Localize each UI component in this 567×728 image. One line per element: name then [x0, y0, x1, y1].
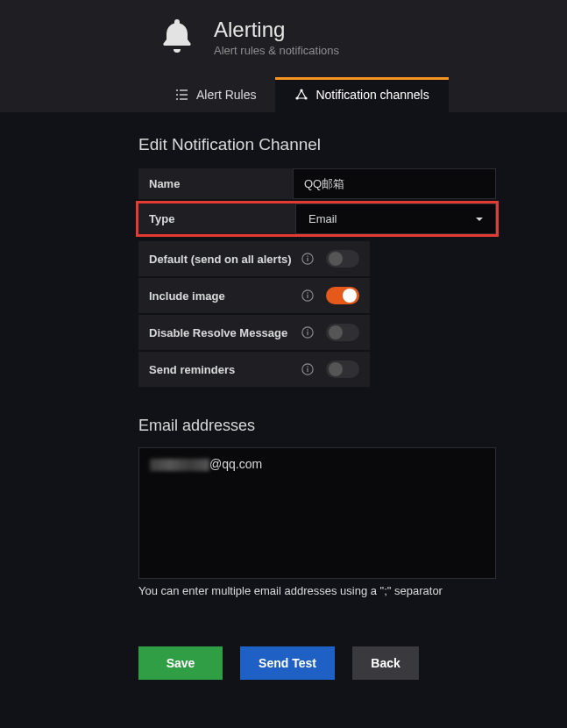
disable-resolve-row: Disable Resolve Message: [138, 315, 370, 350]
email-addresses-heading: Email addresses: [138, 417, 567, 435]
redacted-text: [150, 459, 209, 471]
send-reminders-label: Send reminders: [149, 363, 301, 376]
svg-point-11: [307, 255, 308, 257]
send-test-button[interactable]: Send Test: [240, 646, 335, 680]
svg-point-0: [176, 89, 178, 91]
chevron-down-icon: [476, 218, 483, 221]
info-icon[interactable]: [301, 289, 314, 302]
disable-resolve-toggle[interactable]: [326, 324, 359, 341]
svg-rect-3: [180, 94, 188, 95]
email-helper-text: You can enter multiple email addresses u…: [138, 584, 567, 597]
send-reminders-toggle[interactable]: [326, 360, 359, 378]
back-button[interactable]: Back: [352, 646, 419, 680]
tab-alert-rules-label: Alert Rules: [196, 88, 256, 102]
list-icon: [175, 88, 189, 102]
type-label: Type: [138, 203, 295, 234]
section-title: Edit Notification Channel: [138, 135, 567, 154]
include-image-toggle[interactable]: [326, 287, 359, 304]
include-image-label: Include image: [149, 289, 301, 303]
include-image-row: Include image: [138, 278, 370, 313]
default-row: Default (send on all alerts): [138, 241, 370, 276]
tabs: Alert Rules Notification channels: [18, 77, 549, 112]
svg-rect-10: [307, 258, 308, 261]
default-toggle[interactable]: [326, 250, 359, 268]
svg-point-14: [307, 292, 308, 294]
svg-point-4: [176, 98, 178, 100]
svg-rect-13: [307, 295, 308, 298]
save-button[interactable]: Save: [138, 646, 223, 680]
tab-notification-channels-label: Notification channels: [315, 88, 429, 102]
disable-resolve-label: Disable Resolve Message: [149, 326, 301, 339]
default-label: Default (send on all alerts): [149, 253, 301, 266]
email-addresses-input[interactable]: @qq.com: [138, 447, 496, 579]
tab-alert-rules[interactable]: Alert Rules: [156, 77, 275, 112]
page-header: Alerting Alert rules & notifications: [18, 16, 549, 58]
bell-icon: [156, 16, 198, 58]
svg-rect-5: [180, 98, 188, 99]
button-row: Save Send Test Back: [138, 646, 567, 680]
info-icon[interactable]: [301, 363, 314, 375]
tab-notification-channels[interactable]: Notification channels: [275, 77, 448, 112]
type-select[interactable]: Email: [296, 204, 495, 233]
svg-rect-19: [307, 368, 308, 372]
share-nodes-icon: [294, 88, 308, 102]
send-reminders-row: Send reminders: [138, 352, 370, 387]
name-input[interactable]: [294, 169, 495, 198]
email-suffix: @qq.com: [209, 457, 262, 471]
page-subtitle: Alert rules & notifications: [214, 44, 339, 57]
name-row: Name: [138, 168, 496, 199]
type-row: Type Email: [136, 201, 499, 237]
svg-rect-1: [180, 89, 188, 90]
page-title: Alerting: [214, 18, 339, 42]
svg-point-20: [307, 366, 308, 368]
info-icon[interactable]: [301, 326, 314, 339]
name-label: Name: [138, 168, 293, 199]
svg-point-17: [307, 329, 308, 331]
svg-rect-16: [307, 332, 308, 335]
info-icon[interactable]: [301, 253, 314, 265]
type-value: Email: [308, 212, 337, 225]
svg-point-2: [176, 94, 178, 96]
